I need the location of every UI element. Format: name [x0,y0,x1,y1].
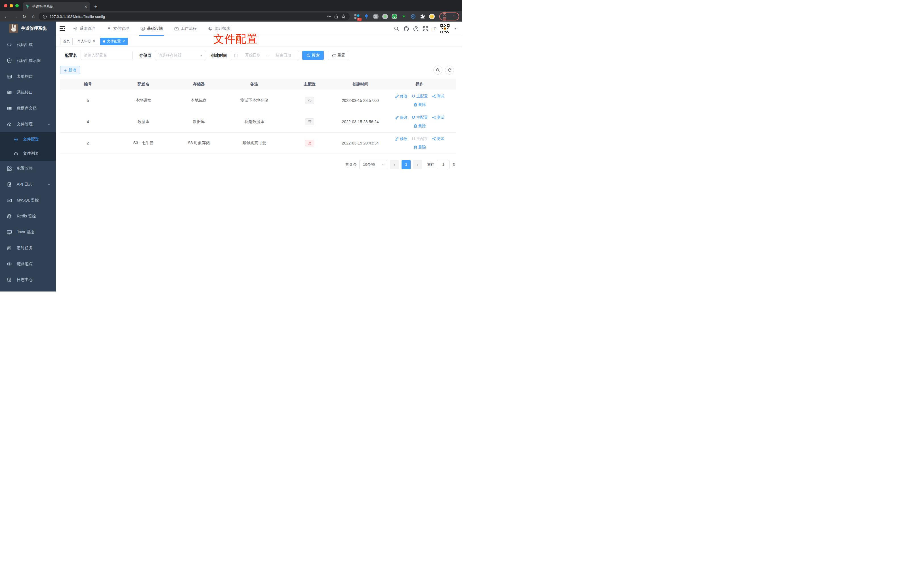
close-icon[interactable]: ✕ [93,40,95,43]
reload-icon[interactable]: ↻ [21,14,28,19]
tags-view-bar: 首页 个人中心 ✕ 文件配置 ✕ [56,36,462,47]
refresh-table-button[interactable] [445,66,454,74]
edit-link[interactable]: 修改 [395,115,408,120]
storage-select[interactable]: 请选择存储器 [155,51,206,60]
new-tab-button[interactable]: + [94,3,97,10]
traffic-lights[interactable] [4,4,19,7]
zoom-window-button[interactable] [15,4,19,7]
sidebar-item-config-manage[interactable]: 配置管理 [0,161,56,177]
extension-badge-icon[interactable]: 11 [354,13,360,19]
url-text[interactable]: 127.0.0.1:1024/infra/file/file-config [50,15,324,19]
edit-link[interactable]: 修改 [395,136,408,141]
extension-kite-icon[interactable] [363,13,369,19]
info-icon[interactable] [43,15,47,19]
sidebar-item-db-doc[interactable]: 数据库文档 [0,101,56,116]
tab-system-manage[interactable]: 系统管理 [73,21,95,36]
delete-link[interactable]: 删除 [414,102,426,107]
master-link[interactable]: 主配置 [411,115,428,120]
config-name-input[interactable]: 请输入配置名 [81,51,132,60]
font-size-icon[interactable]: тT [432,26,436,31]
back-icon[interactable]: ← [3,14,10,19]
sidebar-menu: 代码生成 代码生成示例 表单构建 系统接口 数据库文档 文件管理 文件配置 [0,37,56,288]
extension-emoji-icon[interactable] [429,13,435,19]
avatar-qr-code[interactable] [440,24,450,33]
date-range-picker[interactable]: 开始日期 - 结束日期 [231,51,299,60]
avatar-dropdown-caret[interactable] [454,28,457,30]
delete-link[interactable]: 删除 [414,124,426,129]
sidebar-item-file-list[interactable]: 文件列表 [0,147,56,161]
show-search-button[interactable] [433,66,442,74]
sidebar-item-scheduled-task[interactable]: 定时任务 [0,240,56,256]
storage-placeholder: 请选择存储器 [158,53,182,58]
search-button[interactable]: 搜索 [302,51,324,60]
browser-menu-icon[interactable]: ⋮ [452,15,456,19]
sidebar-item-file-manage[interactable]: 文件管理 [0,116,56,132]
sidebar-item-api-log[interactable]: API 日志 [0,177,56,192]
chart-icon [7,198,12,203]
tag-file-config[interactable]: 文件配置 ✕ [100,38,128,45]
collapse-sidebar-icon[interactable] [59,26,66,31]
sidebar-item-code-gen[interactable]: 代码生成 [0,37,56,53]
extension-green-dot-icon[interactable] [382,13,388,19]
sidebar-item-system-api[interactable]: 系统接口 [0,84,56,101]
sidebar-item-redis-monitor[interactable]: Redis 监控 [0,208,56,224]
range-separator: - [267,53,269,58]
search-icon [436,68,440,72]
extension-command-icon[interactable]: ⌘ [373,13,379,19]
extension-eye-icon[interactable] [410,13,416,19]
browser-tab[interactable]: 芋道管理系统 ✕ [23,2,90,12]
browser-update-button[interactable]: 更新 ⋮ [439,13,459,20]
end-date-placeholder[interactable]: 结束日期 [271,53,296,58]
page-unit-label: 页 [452,162,456,167]
tab-close-icon[interactable]: ✕ [84,5,87,9]
sidebar-item-form-builder[interactable]: 表单构建 [0,69,56,84]
refresh-icon [447,68,452,72]
share-icon[interactable] [334,14,338,19]
minimize-window-button[interactable] [10,4,13,7]
reset-button[interactable]: 重置 [328,51,349,60]
sidebar-item-log-center[interactable]: 日志中心 [0,272,56,288]
search-icon[interactable] [394,26,399,31]
help-icon[interactable] [413,26,419,31]
test-link[interactable]: 测试 [432,94,444,99]
extension-y-icon[interactable]: y [392,13,397,19]
col-name: 配置名 [116,79,171,90]
logo-row: 芋道管理系统 [0,21,56,35]
next-page-button[interactable]: › [413,160,422,169]
tab-infrastructure[interactable]: 基础设施 [140,21,163,36]
master-link[interactable]: 主配置 [411,94,428,99]
extension-puzzle-icon[interactable] [420,13,426,19]
test-link[interactable]: 测试 [432,115,444,120]
address-bar[interactable]: 127.0.0.1:1024/infra/file/file-config [39,13,350,20]
tag-home[interactable]: 首页 [60,38,73,45]
start-date-placeholder[interactable]: 开始日期 [240,53,265,58]
edit-link[interactable]: 修改 [395,94,408,99]
sidebar-item-mysql-monitor[interactable]: MySQL 监控 [0,192,56,208]
forward-icon[interactable]: → [12,14,19,19]
prev-page-button[interactable]: ‹ [390,160,399,169]
goto-page-input[interactable] [437,160,449,169]
sidebar-item-file-config[interactable]: 文件配置 [0,132,56,147]
test-link[interactable]: 测试 [432,136,444,141]
home-icon[interactable]: ⌂ [30,14,36,19]
bookmark-star-icon[interactable] [341,14,346,19]
close-icon[interactable]: ✕ [122,40,125,43]
col-actions: 操作 [383,79,456,90]
github-icon[interactable] [404,26,409,31]
sidebar-item-code-demo[interactable]: 代码生成示例 [0,53,56,69]
sidebar-item-trace[interactable]: 链路追踪 [0,256,56,272]
code-icon [7,42,12,48]
close-window-button[interactable] [4,4,7,7]
tab-workflow[interactable]: 工作流程 [174,21,197,36]
current-page-button[interactable]: 1 [401,160,411,169]
sidebar-item-java-monitor[interactable]: Java 监控 [0,224,56,240]
top-navigation: 系统管理 ¥ 支付管理 基础设施 工作流程 统计报表 [73,21,231,36]
extension-star-icon[interactable]: ✶ [401,13,407,19]
tab-pay-manage[interactable]: ¥ 支付管理 [107,21,129,36]
delete-link[interactable]: 删除 [414,145,426,150]
page-size-select[interactable]: 10条/页 [359,160,387,169]
fullscreen-icon[interactable] [423,26,428,31]
add-button[interactable]: + 新增 [60,66,80,74]
tag-profile[interactable]: 个人中心 ✕ [75,38,98,45]
key-icon[interactable] [327,14,331,19]
